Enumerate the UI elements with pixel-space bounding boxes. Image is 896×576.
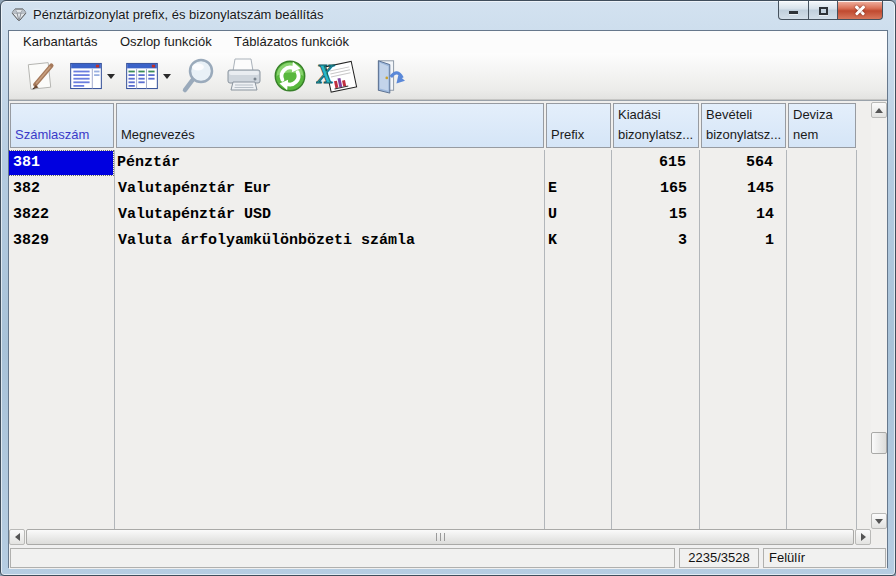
column-header-beveteli[interactable]: Bevételi bizonylatsz... xyxy=(701,103,786,148)
form-view-button[interactable] xyxy=(65,55,107,97)
grid: Számlaszám Megnevezés Prefix Kiadási biz… xyxy=(9,101,871,529)
print-icon xyxy=(224,56,264,96)
refresh-button[interactable] xyxy=(269,55,311,97)
exit-icon xyxy=(367,57,405,95)
refresh-icon xyxy=(271,57,309,95)
cell[interactable] xyxy=(786,203,856,227)
scroll-right-button[interactable] xyxy=(855,529,871,545)
menubar: Karbantartás Oszlop funkciók Táblázatos … xyxy=(9,31,887,53)
cell[interactable] xyxy=(785,151,855,175)
column-header-megnevezes[interactable]: Megnevezés xyxy=(116,103,544,148)
cell[interactable]: 564 xyxy=(698,151,785,175)
menu-karbantartas[interactable]: Karbantartás xyxy=(14,31,106,53)
app-window: Pénztárbizonylat prefix, és bizonylatszá… xyxy=(0,0,896,576)
minimize-icon xyxy=(789,11,798,14)
cell[interactable]: U xyxy=(544,203,611,227)
cell[interactable]: E xyxy=(544,177,611,201)
client-area: Karbantartás Oszlop funkciók Táblázatos … xyxy=(8,30,888,568)
svg-text:X: X xyxy=(316,59,335,89)
column-header-kiadasi[interactable]: Kiadási bizonylatsz... xyxy=(613,103,699,148)
table-row: 3829 Valuta árfolyamkülönbözeti számla K… xyxy=(9,228,871,254)
horizontal-scrollbar-thumb[interactable] xyxy=(26,529,854,545)
cell[interactable]: Valuta árfolyamkülönbözeti számla xyxy=(114,229,544,253)
menu-tablazatos-funkciok[interactable]: Táblázatos funkciók xyxy=(225,31,358,53)
excel-export-icon: X xyxy=(316,56,360,96)
form-view-icon xyxy=(68,58,104,94)
close-icon xyxy=(853,3,867,17)
diamond-icon xyxy=(11,8,27,22)
grip-icon xyxy=(436,533,445,541)
table-row: 3822 Valutapénztár USD U 15 14 xyxy=(9,202,871,228)
minimize-button[interactable] xyxy=(778,1,809,20)
vertical-scrollbar-thumb[interactable] xyxy=(871,432,887,454)
cell[interactable] xyxy=(543,151,610,175)
arrow-left-icon xyxy=(15,533,20,541)
form-view-dropdown-icon[interactable] xyxy=(107,74,115,79)
window-title: Pénztárbizonylat prefix, és bizonylatszá… xyxy=(33,1,323,30)
cell[interactable]: 3822 xyxy=(9,203,114,227)
cell[interactable]: 1 xyxy=(699,229,786,253)
cell[interactable]: Valutapénztár USD xyxy=(114,203,544,227)
toolbar: X xyxy=(9,53,887,100)
table-view-dropdown-icon[interactable] xyxy=(163,74,171,79)
column-divider xyxy=(114,150,115,529)
scroll-down-button[interactable] xyxy=(871,513,887,529)
scroll-left-button[interactable] xyxy=(9,529,25,545)
column-divider xyxy=(786,150,787,529)
cell[interactable]: Valutapénztár Eur xyxy=(114,177,544,201)
column-header-szamlaszam[interactable]: Számlaszám xyxy=(10,103,114,148)
exit-button[interactable] xyxy=(365,55,407,97)
scroll-up-button[interactable] xyxy=(871,102,887,118)
statusbar: 2235/3528 Felülír xyxy=(9,547,887,569)
column-divider xyxy=(699,150,700,529)
cell[interactable]: 14 xyxy=(699,203,786,227)
edit-button[interactable] xyxy=(19,55,61,97)
maximize-button[interactable] xyxy=(809,1,838,20)
status-message-panel xyxy=(10,548,675,568)
scrollbar-corner xyxy=(871,529,887,545)
table-row: 381 Pénztár 615 564 xyxy=(9,150,871,176)
cell[interactable]: K xyxy=(544,229,611,253)
cell[interactable]: 165 xyxy=(611,177,699,201)
cell[interactable]: 3829 xyxy=(9,229,114,253)
records-table: Számlaszám Megnevezés Prefix Kiadási biz… xyxy=(9,100,887,545)
arrow-right-icon xyxy=(861,533,866,541)
overwrite-mode: Felülír xyxy=(763,548,886,568)
record-position: 2235/3528 xyxy=(679,548,759,568)
maximize-icon xyxy=(819,7,828,15)
table-view-button[interactable] xyxy=(121,55,163,97)
horizontal-scrollbar[interactable] xyxy=(9,529,871,545)
cell[interactable] xyxy=(786,177,856,201)
edit-icon xyxy=(21,57,59,95)
search-icon xyxy=(178,56,218,96)
cell[interactable]: Pénztár xyxy=(113,151,543,175)
cell[interactable]: 615 xyxy=(610,151,698,175)
column-header-deviza[interactable]: Deviza nem xyxy=(788,103,856,148)
window-controls xyxy=(778,1,883,20)
cell[interactable]: 15 xyxy=(611,203,699,227)
search-button[interactable] xyxy=(177,55,219,97)
vertical-scrollbar[interactable] xyxy=(871,102,887,529)
titlebar[interactable]: Pénztárbizonylat prefix, és bizonylatszá… xyxy=(1,1,895,30)
close-button[interactable] xyxy=(838,1,883,20)
arrow-down-icon xyxy=(875,519,883,524)
excel-export-button[interactable]: X xyxy=(315,55,361,97)
column-header-prefix[interactable]: Prefix xyxy=(546,103,611,148)
column-divider xyxy=(544,150,545,529)
column-divider xyxy=(611,150,612,529)
cell[interactable]: 145 xyxy=(699,177,786,201)
table-view-icon xyxy=(124,58,160,94)
cell[interactable] xyxy=(786,229,856,253)
cell[interactable]: 3 xyxy=(611,229,699,253)
cell-selected[interactable]: 381 xyxy=(9,151,113,175)
column-divider xyxy=(856,150,857,529)
arrow-up-icon xyxy=(875,108,883,113)
menu-oszlop-funkciok[interactable]: Oszlop funkciók xyxy=(111,31,221,53)
cell[interactable]: 382 xyxy=(9,177,114,201)
table-body: 381 Pénztár 615 564 382 Valutapénztár Eu… xyxy=(9,150,871,529)
table-header-row: Számlaszám Megnevezés Prefix Kiadási biz… xyxy=(9,101,871,150)
print-button[interactable] xyxy=(223,55,265,97)
table-row: 382 Valutapénztár Eur E 165 145 xyxy=(9,176,871,202)
